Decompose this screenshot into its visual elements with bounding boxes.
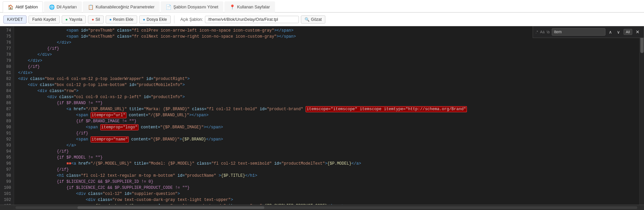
code-line-90: <span itemprop="logo" content="{$P.BRAND… (14, 124, 639, 130)
yayinla-button[interactable]: ● Yayınla (62, 15, 86, 24)
dosya-ekle-label: Dosya Ekle (147, 17, 167, 22)
code-editor-content[interactable]: <span id="prevThumb" class="fl colPrev i… (14, 26, 639, 205)
code-line-99: {if $LICENCE_C2C && $P.SUPPLIER_ID != 0} (14, 179, 639, 185)
search-close-button[interactable]: ✕ (634, 29, 641, 35)
vertical-scrollbar[interactable] (639, 26, 644, 205)
code-line-93: </a> (14, 142, 639, 149)
resim-ekle-button[interactable]: ● Resim Ekle (106, 15, 137, 24)
dil-ayarlari-icon: 🌐 (49, 4, 55, 10)
code-line-87: <a href="/{$P.BRAND_URL}" title="Marka: … (14, 106, 639, 112)
gozat-button[interactable]: 🔍 Gözat (301, 15, 325, 24)
tab-aktif-sablon-label: Aktif Şablon (15, 5, 38, 9)
search-prev-button[interactable]: ∧ (607, 29, 613, 35)
horizontal-scrollbar[interactable] (15, 206, 637, 209)
gozat-label: Gözat (311, 17, 322, 22)
code-line-98: <h1 class="fl col-12 text-regular m-top … (14, 173, 639, 179)
acik-sablon-label: Açık Şablon: (180, 17, 203, 22)
tab-sablon-dosya-label: Şablon Dosyasını Yönet (173, 5, 218, 9)
code-line-86: {if $P.BRAND != ""} (14, 100, 639, 106)
kaydet-button[interactable]: KAYDET (3, 15, 26, 24)
code-line-81: </div> (14, 70, 639, 76)
resim-ekle-label: Resim Ekle (113, 17, 133, 22)
code-line-92: <span itemprop="name" content="{$P.BRAND… (14, 136, 639, 142)
code-line-78: </div> (14, 52, 639, 58)
code-line-100: {if $LICENCE_C2C && $P.SUPPLIER_PRODUCT_… (14, 185, 639, 191)
code-line-103: {#product_code#} : <span class="supplier… (14, 203, 639, 205)
tab-kullanan-sayfalar-label: Kullanan Sayfalar (237, 5, 270, 9)
gozat-icon: 🔍 (305, 17, 310, 22)
tab-kullanabileceginiz-parametreler[interactable]: 📋 Kullanabileceğiniz Parametreler (83, 1, 160, 12)
code-line-96: ■■<a href="/{$P.MODEL_URL}" title="Model… (14, 161, 639, 167)
parametreler-icon: 📋 (88, 4, 94, 10)
search-panel: .* Aä \b ∧ ∨ All ✕ (533, 26, 644, 38)
template-path-input[interactable] (205, 16, 299, 23)
dosya-ekle-button[interactable]: ● Dosya Ekle (139, 15, 171, 24)
code-line-97: {/if} (14, 167, 639, 173)
tab-aktif-sablon[interactable]: 🏠 Aktif Şablon (3, 1, 43, 12)
bottom-scrollbar-bar[interactable] (0, 205, 644, 210)
code-line-76: </div> (14, 40, 639, 46)
code-line-95: {if $P.MODEL != ""} (14, 155, 639, 161)
kullanan-sayfalar-icon: 📍 (229, 4, 235, 10)
sablon-dosya-icon: 📄 (166, 4, 171, 10)
farkli-kaydet-label: Farklı Kaydet (32, 17, 56, 22)
code-editor: .* Aä \b ∧ ∨ All ✕ 74 75 76 77 78 79 80 … (0, 26, 644, 205)
sil-button[interactable]: ● Sil (88, 15, 104, 24)
search-input[interactable] (552, 28, 605, 36)
kaydet-label: KAYDET (7, 17, 23, 22)
tab-kullanan-sayfalar[interactable]: 📍 Kullanan Sayfalar (224, 1, 275, 12)
aktif-sablon-icon: 🏠 (8, 4, 13, 10)
scrollbar-corner (639, 205, 644, 210)
sil-label: Sil (95, 17, 100, 22)
toolbar-separator (174, 15, 174, 24)
code-line-85: <div class="col col-9 col-xs-12 p-left" … (14, 94, 639, 100)
search-all-button[interactable]: All (624, 29, 632, 35)
search-options-case: Aä (540, 30, 544, 34)
farkli-kaydet-button[interactable]: Farklı Kaydet (29, 15, 60, 24)
top-nav-tabs: 🏠 Aktif Şablon 🌐 Dil Ayarları 📋 Kullanab… (0, 0, 644, 13)
tab-sablon-dosyasini-yonet[interactable]: 📄 Şablon Dosyasını Yönet (161, 1, 223, 12)
tab-parametreler-label: Kullanabileceğiniz Parametreler (96, 5, 155, 9)
code-line-79: </div> (14, 58, 639, 64)
code-line-88: <span itemprop="url" content="/{$P.BRAND… (14, 112, 639, 118)
tab-dil-ayarlari[interactable]: 🌐 Dil Ayarları (44, 1, 82, 12)
code-line-101: <div class="col-12" id="supplier-questio… (14, 191, 639, 197)
line-numbers: 74 75 76 77 78 79 80 81 82 83 84 85 86 8… (0, 26, 14, 205)
code-line-80: {/if} (14, 64, 639, 70)
code-line-89: {if $P.BRAND_IMAGE != ""} (14, 118, 639, 124)
code-line-82: <div class="box col-6 col-sm-12 p-top lo… (14, 76, 639, 82)
editor-toolbar: KAYDET Farklı Kaydet ● Yayınla ● Sil ● R… (0, 13, 644, 26)
search-next-button[interactable]: ∨ (615, 29, 622, 35)
code-line-91: {/if} (14, 130, 639, 136)
search-options-word: \b (547, 30, 550, 34)
search-options-regex: .* (536, 30, 538, 34)
code-line-83: <div class="box col-12 p-top line-bottom… (14, 82, 639, 88)
code-line-77: {/if} (14, 46, 639, 52)
code-line-84: <div class="row"> (14, 88, 639, 94)
yayinla-label: Yayınla (69, 17, 82, 22)
code-line-102: <div class="row text-custom-dark-gray te… (14, 197, 639, 203)
code-line-94: {/if} (14, 149, 639, 155)
tab-dil-ayarlari-label: Dil Ayarları (57, 5, 77, 9)
